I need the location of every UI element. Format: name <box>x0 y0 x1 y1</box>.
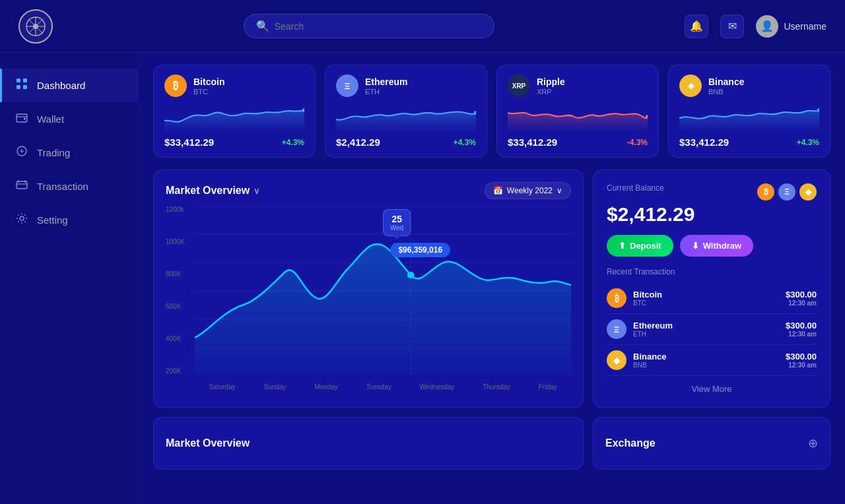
eth-name: Ethereum <box>365 77 408 87</box>
txn-eth-icon: Ξ <box>607 319 626 339</box>
search-bar[interactable]: 🔍 <box>244 14 494 38</box>
txn-btc-amount: $300.00 12:30 am <box>786 290 817 307</box>
crypto-cards-row: ₿ Bitcoin BTC <box>153 65 830 158</box>
balance-label: Current Balance <box>607 183 664 193</box>
btc-change: +4.3% <box>282 138 304 147</box>
sidebar-item-setting[interactable]: Setting <box>0 203 138 237</box>
nav-icons: 🔔 ✉ 👤 Username <box>685 15 827 38</box>
x-axis: Saturday Sunday Monday Tuesday Wednesday… <box>195 383 571 391</box>
crypto-card-eth: Ξ Ethereum ETH <box>325 65 487 158</box>
xrp-symbol: XRP <box>537 88 565 96</box>
balance-bnb-icon: ◆ <box>799 183 817 201</box>
sidebar-label-dashboard: Dashboard <box>37 80 85 91</box>
logo <box>18 9 53 44</box>
crypto-card-xrp: XRP Ripple XRP <box>496 65 659 158</box>
transaction-item-bnb: ◆ Binance BNB $300.00 12:30 am <box>607 345 817 376</box>
market-chart: 1200k 1000K 800K 600K 400K 200K <box>166 206 571 391</box>
exchange-icon: ⊕ <box>808 436 818 451</box>
txn-btc-name: Bitcoin <box>633 290 662 299</box>
btc-icon: ₿ <box>164 75 187 97</box>
sidebar-item-transaction[interactable]: Transaction <box>0 170 138 203</box>
txn-eth-name: Ethereum <box>633 321 673 331</box>
txn-btc-icon: ₿ <box>607 288 626 308</box>
market-overview-title: Market Overview ∨ <box>166 185 260 197</box>
txn-eth-amount: $300.00 12:30 am <box>786 321 817 338</box>
recent-transactions-label: Recent Transaction <box>607 267 817 276</box>
avatar: 👤 <box>756 15 778 38</box>
txn-bnb-amount: $300.00 12:30 am <box>786 352 817 369</box>
txn-bnb-symbol: BNB <box>633 362 667 369</box>
search-icon: 🔍 <box>256 20 269 32</box>
eth-price: $2,412.29 <box>336 137 380 148</box>
txn-eth-symbol: ETH <box>633 331 673 338</box>
balance-currency-icons: ₿ Ξ ◆ <box>757 183 817 201</box>
exchange-card: Exchange ⊕ <box>593 417 830 470</box>
view-more-button[interactable]: View More <box>607 384 817 394</box>
market-overview-card-2: Market Overview <box>153 417 584 470</box>
xrp-price: $33,412.29 <box>508 137 557 148</box>
svg-rect-11 <box>24 118 26 120</box>
crypto-card-bnb: ◆ Binance BNB <box>668 65 830 158</box>
chart-tooltip-value: $96,359,016 <box>390 243 450 257</box>
sidebar-label-wallet: Wallet <box>37 113 64 125</box>
period-chevron-icon: ∨ <box>557 186 562 195</box>
sidebar: Dashboard Wallet Trading <box>0 53 139 504</box>
sidebar-label-trading: Trading <box>37 147 70 158</box>
sidebar-item-trading[interactable]: Trading <box>0 136 138 170</box>
user-badge[interactable]: 👤 Username <box>756 15 827 38</box>
balance-amount: $2,412.29 <box>607 203 817 226</box>
xrp-name: Ripple <box>537 77 565 87</box>
txn-bnb-name: Binance <box>633 352 667 362</box>
balance-btc-icon: ₿ <box>757 183 774 201</box>
bnb-name: Binance <box>708 77 744 87</box>
txn-btc-symbol: BTC <box>633 299 662 307</box>
topnav: 🔍 🔔 ✉ 👤 Username <box>0 0 845 53</box>
bnb-sparkline <box>679 101 819 131</box>
mail-button[interactable]: ✉ <box>720 15 744 38</box>
eth-symbol: ETH <box>365 88 408 96</box>
exchange-title: Exchange <box>605 437 656 449</box>
transaction-item-eth: Ξ Ethereum ETH $300.00 12:30 am <box>607 314 817 345</box>
market-overview-2-title: Market Overview <box>166 437 250 449</box>
btc-name: Bitcoin <box>193 77 224 87</box>
eth-sparkline <box>336 101 476 131</box>
btc-sparkline <box>164 101 304 131</box>
market-overview-card: Market Overview ∨ 📅 Weekly 2022 ∨ 1200k … <box>153 170 584 408</box>
bnb-icon: ◆ <box>679 75 702 97</box>
sidebar-label-transaction: Transaction <box>37 181 88 192</box>
deposit-button[interactable]: ⬆ Deposit <box>607 235 673 257</box>
bnb-price: $33,412.29 <box>679 137 729 148</box>
sidebar-item-dashboard[interactable]: Dashboard <box>0 69 138 102</box>
search-input[interactable] <box>275 21 482 32</box>
svg-point-16 <box>20 216 24 220</box>
btc-symbol: BTC <box>193 88 224 96</box>
withdraw-icon: ⬇ <box>692 241 699 251</box>
transaction-icon <box>16 179 28 194</box>
balance-eth-icon: Ξ <box>778 183 795 201</box>
bnb-symbol: BNB <box>708 88 744 96</box>
svg-rect-8 <box>17 85 20 89</box>
eth-icon: Ξ <box>336 75 358 97</box>
dashboard-icon <box>16 78 28 93</box>
bell-icon: 🔔 <box>690 20 703 32</box>
wallet-icon <box>16 111 28 127</box>
main-layout: Dashboard Wallet Trading <box>0 53 845 504</box>
bnb-change: +4.3% <box>797 138 819 147</box>
eth-change: +4.3% <box>454 138 476 147</box>
xrp-sparkline <box>508 101 648 131</box>
transaction-item-btc: ₿ Bitcoin BTC $300.00 12:30 am <box>607 283 817 314</box>
xrp-icon: XRP <box>508 75 530 97</box>
y-axis: 1200k 1000K 800K 600K 400K 200K <box>166 206 195 375</box>
sidebar-label-setting: Setting <box>37 214 68 226</box>
sidebar-item-wallet[interactable]: Wallet <box>0 102 138 136</box>
withdraw-button[interactable]: ⬇ Withdraw <box>680 235 753 257</box>
trading-icon <box>16 145 28 160</box>
main-content: ₿ Bitcoin BTC <box>139 53 845 504</box>
bottom-row: Market Overview Exchange ⊕ <box>153 417 830 470</box>
market-overview-dropdown[interactable]: ∨ <box>254 186 260 196</box>
balance-card: Current Balance ₿ Ξ ◆ $2,412.29 ⬆ Deposi… <box>593 170 830 408</box>
notification-button[interactable]: 🔔 <box>685 15 708 38</box>
weekly-period-selector[interactable]: 📅 Weekly 2022 ∨ <box>485 182 571 199</box>
bottom-section: Market Overview ∨ 📅 Weekly 2022 ∨ 1200k … <box>153 170 830 408</box>
chart-tooltip: 25 Wed <box>383 209 411 236</box>
